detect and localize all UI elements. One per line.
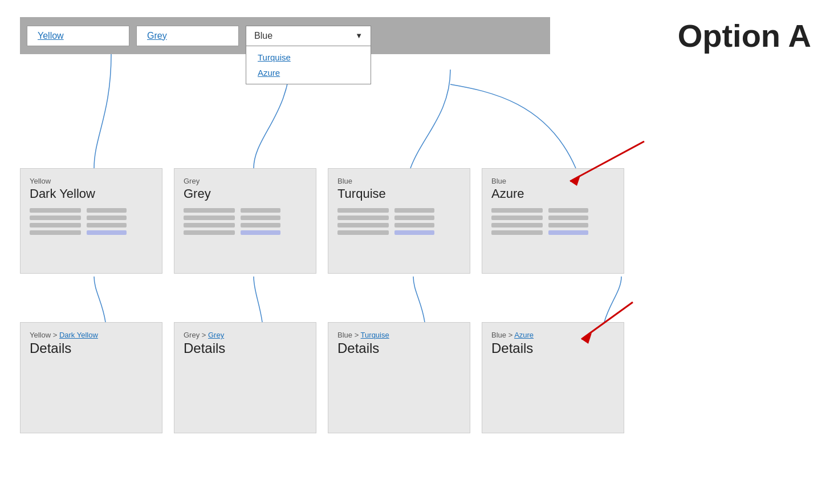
- line: [337, 230, 389, 235]
- card-blue-turquise: Blue Turquise: [328, 168, 470, 274]
- line: [184, 208, 235, 213]
- line: [548, 223, 588, 227]
- line: [394, 223, 434, 227]
- card-ba-lines: [491, 208, 615, 235]
- line: [87, 223, 127, 227]
- line: [30, 230, 81, 235]
- card-grey-grey: Grey Grey: [174, 168, 316, 274]
- nav-tab-grey[interactable]: Grey: [136, 26, 239, 46]
- card-grey-details: Grey > Grey Details: [174, 322, 316, 433]
- line: [337, 223, 389, 227]
- line: [184, 230, 235, 235]
- line: [241, 223, 280, 227]
- line: [30, 208, 81, 213]
- card-yellow-details: Yellow > Dark Yellow Details: [20, 322, 162, 433]
- breadcrumb-link-azure[interactable]: Azure: [514, 331, 534, 339]
- card-yellow-lines: [30, 208, 153, 235]
- line-blue: [394, 230, 434, 235]
- nav-dropdown-menu: Turquise Azure: [246, 46, 371, 84]
- page-title: Option A: [678, 17, 811, 54]
- line: [30, 223, 81, 227]
- line-blue: [548, 230, 588, 235]
- card-yellow-details-title: Details: [30, 340, 153, 356]
- card-bt-details-breadcrumb: Blue > Turquise: [337, 331, 461, 339]
- card-ba-details: Blue > Azure Details: [482, 322, 624, 433]
- line: [491, 223, 543, 227]
- nav-dropdown-label: Blue: [254, 31, 272, 41]
- card-grey-label: Grey: [184, 177, 307, 185]
- line: [337, 216, 389, 220]
- card-bt-details-title: Details: [337, 340, 461, 356]
- card-yellow-details-breadcrumb: Yellow > Dark Yellow: [30, 331, 153, 339]
- line: [87, 216, 127, 220]
- breadcrumb-prefix: Blue >: [491, 331, 514, 339]
- card-ba-details-breadcrumb: Blue > Azure: [491, 331, 615, 339]
- line: [241, 208, 280, 213]
- nav-dropdown-blue[interactable]: Blue ▼: [246, 26, 371, 46]
- nav-dropdown-arrow-icon: ▼: [355, 31, 363, 40]
- card-blue-azure: Blue Azure: [482, 168, 624, 274]
- card-blue-azure-label: Blue: [491, 177, 615, 185]
- card-bt-details: Blue > Turquise Details: [328, 322, 470, 433]
- nav-dropdown-item-azure[interactable]: Azure: [246, 65, 371, 80]
- line: [491, 230, 543, 235]
- line: [337, 208, 389, 213]
- line: [87, 208, 127, 213]
- card-blue-turquise-label: Blue: [337, 177, 461, 185]
- line: [184, 223, 235, 227]
- card-grey-lines: [184, 208, 307, 235]
- card-grey-details-title: Details: [184, 340, 307, 356]
- breadcrumb-prefix: Grey >: [184, 331, 208, 339]
- nav-dropdown-item-turquoise[interactable]: Turquise: [246, 50, 371, 65]
- card-blue-turquise-title: Turquise: [337, 186, 461, 201]
- breadcrumb-prefix: Yellow >: [30, 331, 59, 339]
- line: [394, 208, 434, 213]
- breadcrumb-link-yellow[interactable]: Dark Yellow: [59, 331, 98, 339]
- card-ba-details-title: Details: [491, 340, 615, 356]
- line: [394, 216, 434, 220]
- nav-tab-yellow[interactable]: Yellow: [27, 26, 129, 46]
- breadcrumb-link-turquise[interactable]: Turquise: [361, 331, 389, 339]
- line-blue: [87, 230, 127, 235]
- line: [30, 216, 81, 220]
- card-yellow-dark-yellow: Yellow Dark Yellow: [20, 168, 162, 274]
- card-bt-lines: [337, 208, 461, 235]
- line: [241, 216, 280, 220]
- line: [491, 216, 543, 220]
- breadcrumb-prefix: Blue >: [337, 331, 361, 339]
- line: [184, 216, 235, 220]
- card-grey-details-breadcrumb: Grey > Grey: [184, 331, 307, 339]
- nav-dropdown-wrap: Blue ▼ Turquise Azure: [246, 26, 371, 46]
- line: [491, 208, 543, 213]
- card-yellow-label: Yellow: [30, 177, 153, 185]
- card-grey-title: Grey: [184, 186, 307, 201]
- card-yellow-title: Dark Yellow: [30, 186, 153, 201]
- breadcrumb-link-grey[interactable]: Grey: [208, 331, 224, 339]
- line-blue: [241, 230, 280, 235]
- line: [548, 208, 588, 213]
- card-blue-azure-title: Azure: [491, 186, 615, 201]
- bottom-cards-row: Yellow > Dark Yellow Details Grey > Grey…: [20, 322, 624, 433]
- top-cards-row: Yellow Dark Yellow Grey Grey: [20, 168, 624, 274]
- line: [548, 216, 588, 220]
- nav-bar: Yellow Grey Blue ▼ Turquise Azure: [20, 17, 550, 54]
